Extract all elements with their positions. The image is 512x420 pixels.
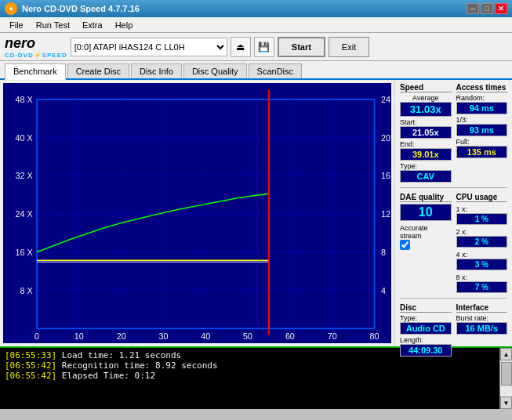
- speed-stats: Speed Average 31.03x Start: 21.05x End: …: [400, 83, 452, 183]
- log-message-1: Load time: 1.21 seconds: [62, 350, 181, 360]
- access-times-label: Access times: [456, 83, 508, 92]
- svg-text:16: 16: [381, 172, 390, 181]
- log-line-2: [06:55:42] Recognition time: 8.92 second…: [5, 360, 495, 371]
- end-value: 39.01x: [400, 148, 452, 161]
- svg-text:40: 40: [201, 331, 210, 341]
- menu-file[interactable]: File: [3, 19, 30, 31]
- cpu-8x-label: 8 x:: [456, 273, 468, 281]
- svg-text:20: 20: [381, 133, 390, 143]
- svg-text:70: 70: [328, 331, 337, 341]
- scroll-down-button[interactable]: ▼: [500, 396, 512, 409]
- speed-average-label: Average 31.03x: [400, 94, 452, 117]
- cpu-1x-value: 1 %: [456, 213, 508, 225]
- window-controls: ─ □ ✕: [467, 3, 507, 14]
- start-label: Start:: [400, 118, 452, 126]
- nero-sub-text: CD·DVD⚡SPEED: [5, 52, 67, 59]
- toolbar: nero CD·DVD⚡SPEED [0:0] ATAPI iHAS124 C …: [0, 33, 512, 61]
- start-button[interactable]: Start: [278, 37, 325, 57]
- svg-text:32 X: 32 X: [16, 172, 33, 181]
- title-bar: ● Nero CD-DVD Speed 4.7.7.16 ─ □ ✕: [0, 0, 512, 17]
- average-label: Average: [400, 94, 452, 102]
- svg-text:60: 60: [285, 331, 295, 341]
- cpu-8x-value: 7 %: [456, 281, 508, 293]
- logo: nero CD·DVD⚡SPEED: [5, 35, 67, 59]
- accurate-stream-checkbox[interactable]: [400, 240, 410, 250]
- svg-text:8: 8: [381, 248, 386, 257]
- average-value: 31.03x: [400, 102, 452, 117]
- log-line-3: [06:55:42] Elapsed Time: 0:12: [5, 371, 495, 381]
- svg-text:16 X: 16 X: [16, 248, 33, 257]
- full-row: Full: 135 ms: [456, 138, 508, 158]
- cpu-stats: CPU usage 1 x: 1 % 2 x: 2 % 4 x: 3 % 8 x…: [456, 193, 508, 293]
- svg-text:8 X: 8 X: [20, 286, 33, 295]
- benchmark-chart: 48 X 40 X 32 X 24 X 16 X 8 X 24 20 16 12…: [3, 83, 391, 343]
- maximize-button[interactable]: □: [481, 3, 493, 14]
- chart-area: 48 X 40 X 32 X 24 X 16 X 8 X 24 20 16 12…: [3, 83, 391, 343]
- log-text: [06:55:33] Load time: 1.21 seconds [06:5…: [0, 348, 499, 409]
- svg-text:48 X: 48 X: [16, 95, 33, 104]
- cpu-4x: 4 x: 3 %: [456, 249, 508, 270]
- cpu-2x-label: 2 x:: [456, 228, 468, 236]
- end-label: End:: [400, 140, 452, 148]
- log-timestamp-3: [06:55:42]: [5, 371, 56, 381]
- divider-1: [400, 187, 507, 188]
- speed-end-row: End: 39.01x: [400, 140, 452, 161]
- dae-stats: DAE quality 10 Accurate stream: [400, 193, 452, 293]
- cpu-8x: 8 x: 7 %: [456, 272, 508, 293]
- svg-text:20: 20: [117, 331, 126, 341]
- menu-bar: File Run Test Extra Help: [0, 17, 512, 33]
- divider-2: [400, 298, 507, 299]
- random-label: Random:: [456, 94, 508, 102]
- stats-panel: Speed Average 31.03x Start: 21.05x End: …: [394, 80, 512, 346]
- disc-label: Disc: [400, 303, 452, 313]
- tab-scandisc[interactable]: ScanDisc: [249, 63, 302, 78]
- middle-stats-row: DAE quality 10 Accurate stream CPU usage…: [400, 193, 507, 293]
- accurate-stream-checkbox-row: [400, 240, 452, 250]
- log-message-3: Elapsed Time: 0:12: [62, 371, 155, 381]
- eject-button[interactable]: ⏏: [231, 37, 251, 57]
- cpu-2x: 2 x: 2 %: [456, 226, 508, 248]
- burst-label: Burst rate:: [456, 314, 508, 322]
- nero-logo-text: nero: [5, 35, 67, 52]
- exit-button[interactable]: Exit: [329, 37, 369, 57]
- cpu-label: CPU usage: [456, 193, 508, 202]
- main-content: 48 X 40 X 32 X 24 X 16 X 8 X 24 20 16 12…: [0, 80, 512, 346]
- random-row: Random: 94 ms: [456, 94, 508, 114]
- access-times-stats: Access times Random: 94 ms 1/3: 93 ms Fu…: [456, 83, 508, 183]
- random-value: 94 ms: [456, 102, 508, 114]
- cpu-1x-label: 1 x:: [456, 205, 468, 213]
- svg-text:4: 4: [381, 286, 386, 295]
- menu-extra[interactable]: Extra: [76, 19, 109, 31]
- start-value: 21.05x: [400, 126, 452, 139]
- scroll-track: [500, 360, 512, 396]
- scroll-thumb[interactable]: [501, 362, 512, 386]
- scroll-up-button[interactable]: ▲: [500, 348, 512, 360]
- log-area: [06:55:33] Load time: 1.21 seconds [06:5…: [0, 346, 512, 409]
- dae-label: DAE quality: [400, 193, 452, 202]
- save-button[interactable]: 💾: [254, 37, 274, 57]
- drive-selector[interactable]: [0:0] ATAPI iHAS124 C LL0H: [71, 38, 227, 56]
- svg-text:40 X: 40 X: [16, 133, 33, 143]
- tab-benchmark[interactable]: Benchmark: [5, 63, 66, 80]
- speed-start-row: Start: 21.05x: [400, 118, 452, 139]
- log-scrollbar[interactable]: ▲ ▼: [499, 348, 512, 409]
- interface-label: Interface: [456, 303, 508, 313]
- full-value: 135 ms: [456, 146, 508, 158]
- menu-help[interactable]: Help: [109, 19, 140, 31]
- top-stats-row: Speed Average 31.03x Start: 21.05x End: …: [400, 83, 507, 183]
- cpu-4x-value: 3 %: [456, 259, 508, 270]
- minimize-button[interactable]: ─: [467, 3, 479, 14]
- disc-type-value: Audio CD: [400, 322, 452, 335]
- svg-text:24 X: 24 X: [16, 209, 33, 219]
- tab-create-disc[interactable]: Create Disc: [67, 63, 129, 78]
- svg-text:10: 10: [74, 331, 84, 341]
- onethird-row: 1/3: 93 ms: [456, 116, 508, 136]
- close-button[interactable]: ✕: [495, 3, 507, 14]
- menu-runtest[interactable]: Run Test: [30, 19, 76, 31]
- speed-label: Speed: [400, 83, 452, 92]
- cpu-2x-value: 2 %: [456, 236, 508, 248]
- log-timestamp-1: [06:55:33]: [5, 350, 56, 360]
- tab-disc-info[interactable]: Disc Info: [131, 63, 182, 78]
- accurate-stream-label: Accurate stream: [400, 224, 452, 240]
- tab-disc-quality[interactable]: Disc Quality: [183, 63, 247, 78]
